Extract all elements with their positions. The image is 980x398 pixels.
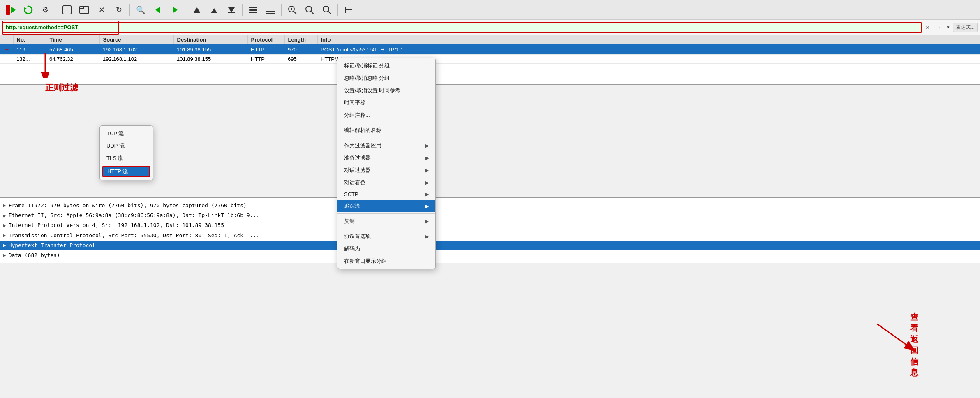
filter-input[interactable]	[6, 24, 918, 30]
submenu-item-UDP_流[interactable]: UDP 流	[100, 140, 153, 152]
menu-item-时间平移...[interactable]: 时间平移...	[337, 97, 435, 109]
list-btn[interactable]	[246, 2, 261, 17]
menu-item-作为过滤器应用[interactable]: 作为过滤器应用▶	[337, 139, 435, 152]
menu-item-label: 复制	[344, 218, 355, 225]
menu-item-设置/取消设置_时间参考[interactable]: 设置/取消设置 时间参考	[337, 84, 435, 97]
menu-item-追踪流[interactable]: 追踪流▶	[337, 200, 435, 212]
expand-icon[interactable]: ▶	[3, 213, 6, 219]
submenu-item-HTTP_流[interactable]: HTTP 流	[102, 166, 150, 177]
svg-marker-12	[228, 7, 235, 12]
expand-icon[interactable]: ▶	[3, 232, 6, 238]
submenu-item-TLS_流[interactable]: TLS 流	[100, 152, 153, 164]
menu-item-label: 作为过滤器应用	[344, 142, 381, 149]
refresh-btn[interactable]: ↻	[111, 2, 126, 17]
expand-icon[interactable]: ▶	[3, 242, 6, 248]
new-btn[interactable]	[60, 2, 74, 17]
forward-btn[interactable]	[168, 2, 183, 17]
col-protocol[interactable]: Protocol	[247, 35, 284, 44]
col-length[interactable]: Length	[284, 35, 317, 44]
table-row[interactable]: →119...57.68.465192.168.1.102101.89.38.1…	[0, 44, 980, 55]
svg-rect-11	[211, 7, 217, 7]
sep6	[337, 4, 338, 16]
submenu-item-label: TLS 流	[106, 155, 123, 162]
detail-text: Internet Protocol Version 4, Src: 192.16…	[9, 222, 224, 229]
back-btn[interactable]	[150, 2, 165, 17]
expand-icon[interactable]: ▶	[3, 222, 6, 229]
filter-expr-btn[interactable]: 表达式...	[953, 23, 978, 32]
resize-btn[interactable]	[341, 2, 356, 17]
submenu-item-label: UDP 流	[106, 142, 125, 150]
col-arrow	[0, 35, 13, 44]
table-row[interactable]: 132...64.762.32192.168.1.102101.89.38.15…	[0, 55, 980, 64]
submenu-track-stream: TCP 流UDP 流TLS 流HTTP 流	[99, 125, 153, 180]
detail-row-1[interactable]: ▶Ethernet II, Src: Apple_56:9a:8a (38:c9…	[0, 211, 980, 220]
menu-item-忽略/取消忽略_分组[interactable]: 忽略/取消忽略 分组	[337, 72, 435, 84]
sort-top-btn[interactable]	[207, 2, 222, 17]
cell-length: 970	[284, 44, 317, 55]
svg-marker-6	[155, 7, 160, 13]
menu-item-解码为...[interactable]: 解码为...	[337, 243, 435, 255]
filter-clear-btn[interactable]: ✕	[923, 23, 932, 32]
start-btn[interactable]	[3, 2, 18, 17]
detail-row-3[interactable]: ▶Transmission Control Protocol, Src Port…	[0, 231, 980, 241]
submenu-arrow-icon: ▶	[425, 168, 429, 173]
menu-item-label: 忽略/取消忽略 分组	[344, 74, 390, 82]
detail-text: Transmission Control Protocol, Src Port:…	[9, 232, 259, 239]
expand-icon[interactable]: ▶	[3, 252, 6, 258]
menu-item-协议首选项[interactable]: 协议首选项▶	[337, 230, 435, 243]
expand-icon[interactable]: ▶	[3, 202, 6, 208]
detail-row-4[interactable]: ▶Hypertext Transfer Protocol	[0, 241, 980, 250]
col-source[interactable]: Source	[99, 35, 173, 44]
search-btn[interactable]: 🔍	[133, 2, 148, 17]
settings-btn[interactable]: ⚙	[38, 2, 53, 17]
sort-up-btn[interactable]	[190, 2, 204, 17]
col-destination[interactable]: Destination	[173, 35, 247, 44]
menu-item-label: 解码为...	[344, 245, 365, 252]
menu-separator	[337, 229, 435, 229]
svg-line-27	[311, 11, 314, 14]
filter-bar: ✕ → ▼ 表达式...	[0, 20, 980, 35]
svg-rect-9	[194, 12, 200, 13]
menu-item-准备过滤器[interactable]: 准备过滤器▶	[337, 152, 435, 164]
menu-separator	[337, 213, 435, 214]
filter-dropdown-btn[interactable]: ▼	[945, 22, 951, 33]
sep4	[242, 4, 243, 16]
detail-row-0[interactable]: ▶Frame 11972: 970 bytes on wire (7760 bi…	[0, 201, 980, 211]
menu-item-label: 在新窗口显示分组	[344, 257, 387, 265]
menu-item-分组注释...[interactable]: 分组注释...	[337, 109, 435, 121]
close-btn[interactable]: ✕	[94, 2, 109, 17]
detail-text: Ethernet II, Src: Apple_56:9a:8a (38:c9:…	[9, 212, 259, 219]
svg-rect-18	[266, 9, 275, 9]
sort-down-btn[interactable]	[224, 2, 239, 17]
svg-rect-19	[266, 11, 275, 12]
menu-item-label: 追踪流	[344, 202, 360, 210]
detail-row-5[interactable]: ▶Data (682 bytes)	[0, 250, 980, 260]
svg-marker-8	[194, 7, 200, 12]
detail-panel: ▶Frame 11972: 970 bytes on wire (7760 bi…	[0, 197, 980, 263]
open-btn[interactable]	[77, 2, 92, 17]
sep5	[281, 4, 282, 16]
zoom-fit-btn[interactable]	[319, 2, 334, 17]
menu-item-复制[interactable]: 复制▶	[337, 215, 435, 227]
menu-item-标记/取消标记_分组[interactable]: 标记/取消标记 分组	[337, 60, 435, 72]
menu-item-对话过滤器[interactable]: 对话过滤器▶	[337, 164, 435, 176]
packet-table-container: No. Time Source Destination Protocol Len…	[0, 35, 980, 85]
col-no[interactable]: No.	[13, 35, 46, 44]
svg-marker-2	[24, 7, 27, 10]
menu-item-SCTP[interactable]: SCTP▶	[337, 189, 435, 200]
menu-item-在新窗口显示分组[interactable]: 在新窗口显示分组	[337, 255, 435, 267]
detail-row-2[interactable]: ▶Internet Protocol Version 4, Src: 192.1…	[0, 220, 980, 230]
zoom-in-btn[interactable]	[285, 2, 300, 17]
submenu-item-TCP_流[interactable]: TCP 流	[100, 127, 153, 140]
reload-btn[interactable]	[21, 2, 35, 17]
col-time[interactable]: Time	[46, 35, 99, 44]
menu-item-对话着色[interactable]: 对话着色▶	[337, 176, 435, 189]
cell-info: POST /mmtls/0a53774f...HTTP/1.1	[317, 44, 980, 55]
col-info[interactable]: Info	[317, 35, 980, 44]
zoom-out-btn[interactable]	[302, 2, 317, 17]
menu-item-label: 编辑解析的名称	[344, 127, 381, 134]
cell-length: 695	[284, 55, 317, 64]
filter-apply-btn[interactable]: →	[934, 23, 943, 32]
align-btn[interactable]	[263, 2, 278, 17]
menu-item-编辑解析的名称[interactable]: 编辑解析的名称	[337, 124, 435, 137]
